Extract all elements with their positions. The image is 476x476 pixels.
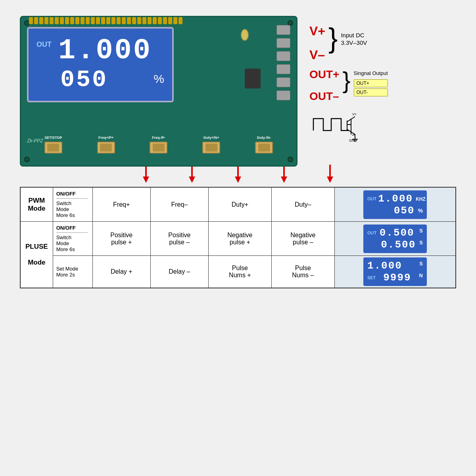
pin: [39, 17, 43, 24]
lcd-main-number: 1.000: [58, 35, 152, 67]
vminus-label: V–: [309, 48, 325, 62]
pulse2-lcd-number1: 1.000: [367, 260, 402, 272]
pwm-switch-label: SwitchModeMore 6s: [56, 200, 88, 218]
pulse-onoff-label: ON/OFF: [56, 225, 88, 233]
pcb-section: OUT 1.000 050 % Zk-PPZ SET/STOP: [20, 16, 456, 167]
signal-output-label: Singnal Output: [354, 70, 388, 76]
pin: [55, 17, 59, 24]
pulse-nums-minus-cell: PulseNums –: [271, 256, 334, 288]
pulse-freq-plus-cell: Positivepulse +: [92, 222, 150, 256]
pin: [148, 17, 152, 24]
input-dc-range: 3.3V–30V: [341, 39, 367, 46]
terminal-1: [276, 25, 290, 35]
pin: [50, 17, 54, 24]
pin: [86, 17, 90, 24]
pwm-mode-cell: PWMMode: [20, 187, 53, 222]
pwm-display-cell: OUT 1.000 KHZ 050 %: [334, 187, 456, 222]
pwm-lcd-row2: 050 %: [367, 205, 423, 217]
pulse-set-label: Set ModeMore 2s: [56, 266, 88, 278]
arrows-row: [99, 165, 377, 183]
svg-text:V+: V+: [352, 112, 357, 116]
signal-boxes: OUT+ OUT-: [354, 79, 388, 96]
lcd-percent: %: [154, 72, 164, 86]
pulse-duty-plus-cell: Negativepulse +: [208, 222, 271, 256]
pin: [75, 17, 79, 24]
pcb-button-duty-plus[interactable]: [202, 142, 220, 154]
btn-label-freq-plus: Freq+/P+: [98, 136, 114, 140]
pwm-lcd-unit1: KHZ: [416, 196, 426, 202]
button-group-freq-plus: Freq+/P+: [97, 136, 115, 154]
pin: [60, 17, 64, 24]
btn-label-freq-minus: Freq-/P-: [152, 136, 165, 140]
pulse-display-cell2: 1.000 S SET 9999 N: [334, 256, 456, 288]
outplus-label: OUT+: [309, 68, 339, 81]
pin: [168, 17, 172, 24]
lcd-secondary-number: 050: [60, 66, 108, 93]
terminal-5: [276, 77, 290, 87]
screw-terminals: [276, 25, 290, 100]
pwm-lcd-number2: 050: [394, 205, 415, 217]
arrow-duty-minus: [327, 165, 333, 183]
pwm-duty-plus-cell: Duty+: [208, 187, 271, 222]
pulse-mode-row1: PLUSEMode ON/OFF SwitchModeMore 6s Posit…: [20, 222, 456, 256]
delay-plus-cell: Delay +: [92, 256, 150, 288]
buttons-row: SET/STOP Freq+/P+ Freq-/P- Duty+/N+ Duty…: [27, 136, 290, 154]
pin: [91, 17, 95, 24]
waveform-svg: GND V+: [309, 111, 361, 142]
pulse-duty-minus-cell: Negativepulse –: [271, 222, 334, 256]
btn-label-set-stop: SET/STOP: [44, 136, 62, 140]
pwm-mode-row: PWMMode ON/OFF SwitchModeMore 6s Freq+ F…: [20, 187, 456, 222]
pulse2-lcd-unit2: N: [419, 273, 423, 278]
pin: [137, 17, 141, 24]
pwm-lcd-unit2: %: [418, 207, 422, 214]
lcd-display: OUT 1.000 050 %: [27, 27, 174, 102]
pcb-hole-br: [288, 157, 293, 162]
pulse-switch-label: SwitchModeMore 6s: [56, 234, 88, 252]
pin: [111, 17, 115, 24]
pulse-display-cell1: OUT 0.500 S 0.500 S: [334, 222, 456, 256]
arrow-duty-plus: [281, 165, 287, 183]
pin: [117, 17, 121, 24]
delay-minus-cell: Delay –: [150, 256, 208, 288]
pulse-mini-lcd2: 1.000 S SET 9999 N: [363, 257, 427, 286]
pwm-lcd-number1: 1.000: [378, 193, 413, 205]
pcb-button-freq-plus[interactable]: [97, 142, 115, 154]
pulse2-lcd-row2: SET 9999 N: [367, 272, 423, 284]
waveform-area: GND V+: [309, 111, 456, 144]
button-group-duty-minus: Duty-/N-: [255, 136, 273, 154]
pcb-board: OUT 1.000 050 % Zk-PPZ SET/STOP: [20, 16, 298, 167]
button-group-freq-minus: Freq-/P-: [150, 136, 167, 154]
arrow-freq-plus: [189, 165, 195, 183]
pwm-lcd-row1: OUT 1.000 KHZ: [367, 193, 423, 205]
outminus-label: OUT–: [309, 90, 339, 103]
pulse-mini-lcd1: OUT 0.500 S 0.500 S: [363, 225, 427, 253]
signal-box-outminus: OUT-: [354, 88, 388, 96]
pulse-nums-plus-cell: PulseNums +: [208, 256, 271, 288]
pin: [178, 17, 182, 24]
pin: [70, 17, 74, 24]
pwm-duty-minus-cell: Duty–: [271, 187, 334, 222]
pcb-button-duty-minus[interactable]: [255, 142, 273, 154]
terminal-3: [276, 51, 290, 61]
arrow-freq-minus: [235, 165, 241, 183]
arrow-set-stop: [143, 165, 149, 183]
pulse2-lcd-number2: 9999: [383, 272, 411, 284]
btn-label-duty-minus: Duty-/N-: [257, 136, 271, 140]
pwm-freq-plus-cell: Freq+: [92, 187, 150, 222]
pwm-lcd-out: OUT: [367, 196, 376, 201]
terminal-6: [276, 90, 290, 100]
pulse-lcd-row2: 0.500 S: [367, 239, 423, 251]
pwm-mini-lcd: OUT 1.000 KHZ 050 %: [363, 190, 427, 219]
signal-box-outplus: OUT+: [354, 79, 388, 87]
pin: [106, 17, 110, 24]
btn-label-duty-plus: Duty+/N+: [203, 136, 219, 140]
pin-headers-top: [29, 17, 288, 25]
pcb-button-freq-minus[interactable]: [150, 142, 167, 154]
pulse-mode-cell: PLUSEMode: [20, 222, 53, 288]
svg-text:GND: GND: [349, 138, 357, 142]
pulse-lcd-number1: 0.500: [380, 227, 415, 239]
vplus-label: V+: [309, 24, 325, 38]
pin: [173, 17, 177, 24]
pcb-button-set-stop[interactable]: [44, 142, 62, 154]
pulse-lcd-unit1: S: [419, 228, 423, 234]
